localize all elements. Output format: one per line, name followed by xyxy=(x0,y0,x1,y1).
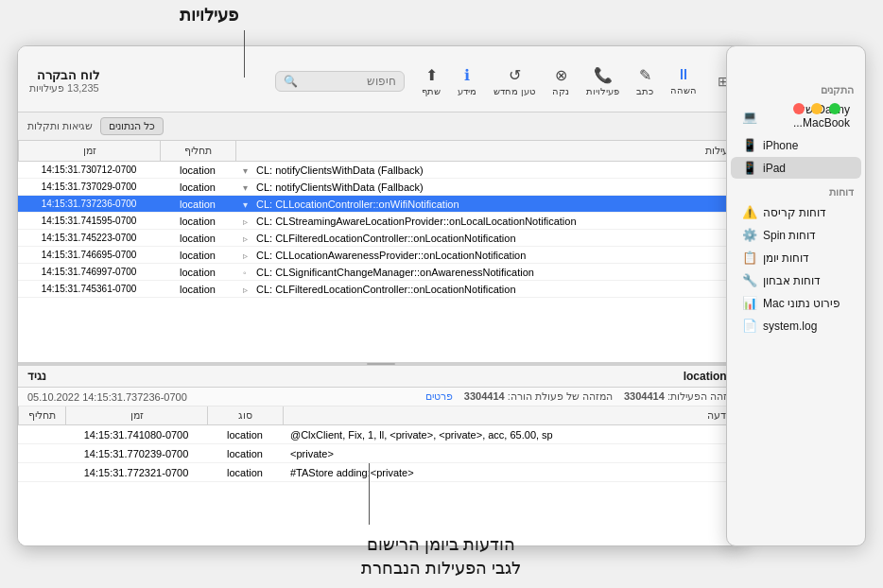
log-rows-container: ▾CL: notifyClientsWithData (Fallback) lo… xyxy=(18,162,743,362)
sidebar-item-label: iPad xyxy=(763,162,786,175)
sidebar-item-iphone[interactable]: iPhone 📱 xyxy=(731,134,861,156)
main-window: לוח הבקרה 13,235 פעילויות 🔍 ⬆ שתף ℹ מידע xyxy=(17,45,745,546)
expand-icon: ▾ xyxy=(243,182,252,193)
detail-count-label: מזהה הפעילות: 3304414 xyxy=(624,390,734,403)
detail-row[interactable]: <private> location 14:15:31.770239-0700 xyxy=(18,444,743,463)
filter-all-button[interactable]: כל הנתונים xyxy=(100,117,164,135)
detail-cell-time: 14:15:31.741080-0700 xyxy=(65,429,207,441)
diag-icon: 🔧 xyxy=(742,273,757,287)
cell-activity: ▹CL: CLFilteredLocationController::onLoc… xyxy=(235,284,743,295)
cell-activity: ▾CL: notifyClientsWithData (Fallback) xyxy=(235,164,743,176)
detail-header-type: סוג xyxy=(207,406,283,424)
minimize-button[interactable] xyxy=(811,103,822,114)
cell-time: 14:15:31.737236-0700 xyxy=(18,199,160,209)
sidebar-item-crash-reports[interactable]: דוחות קריסה ⚠️ xyxy=(731,201,861,223)
detail-header-level: תחליף xyxy=(18,406,65,424)
table-row-selected[interactable]: ▾CL: CLLocationController::onWifiNotific… xyxy=(18,196,743,213)
cell-type: location xyxy=(160,164,235,176)
detail-row[interactable]: #TAStore adding:<private> location 14:15… xyxy=(18,463,743,482)
detail-compare-label: המזהה של פעולת הורה: 3304414 xyxy=(464,390,613,403)
cell-activity: ◦CL: CLSignificantChangeManager::onAware… xyxy=(235,267,743,278)
detail-cell-time: 14:15:31.770239-0700 xyxy=(65,448,207,459)
sidebar-section-title-reports: דוחות xyxy=(727,182,865,200)
reload-icon: ↺ xyxy=(509,66,521,84)
sidebar-item-label: דוחות יומן xyxy=(763,251,809,265)
sidebar-item-log-reports[interactable]: דוחות יומן 📋 xyxy=(731,247,861,268)
activities-button[interactable]: 📞 פעילויות xyxy=(586,66,619,96)
sidebar-item-system-log[interactable]: system.log 📄 xyxy=(731,315,861,337)
table-row[interactable]: ◦CL: CLSignificantChangeManager::onAware… xyxy=(18,264,743,281)
header-time: זמן xyxy=(18,141,160,161)
share-label: שתף xyxy=(422,86,441,96)
traffic-lights xyxy=(793,103,840,114)
log-area: פעילות תחליף זמן ▾CL: notifyClientsWithD… xyxy=(18,141,744,545)
table-row[interactable]: ▹CL: CLStreamingAwareLocationProvider::o… xyxy=(18,213,743,230)
mac-data-icon: 📊 xyxy=(742,296,757,310)
log-icon: 📋 xyxy=(742,251,757,265)
top-annotation-label: פעילויות xyxy=(180,5,238,26)
cell-type: location xyxy=(160,199,235,210)
cell-activity-selected: ▾CL: CLLocationController::onWifiNotific… xyxy=(235,199,743,210)
toolbar: לוח הבקרה 13,235 פעילויות 🔍 ⬆ שתף ℹ מידע xyxy=(18,46,744,112)
sidebar-item-label: דוחות קריסה xyxy=(763,206,826,219)
cell-time: 14:15:31.741595-0700 xyxy=(18,216,160,226)
toolbar-title: לוח הבקרה 13,235 פעילויות xyxy=(29,68,99,95)
detail-pane: locationd נגיד מזהה הפעילות: 3304414 המז… xyxy=(18,366,743,545)
table-row[interactable]: ▹CL: CLLocationAwarenessProvider::onLoca… xyxy=(18,247,743,264)
table-row[interactable]: ▹CL: CLFilteredLocationController::onLoc… xyxy=(18,281,743,298)
cell-type: location xyxy=(160,284,235,295)
cell-type: location xyxy=(160,267,235,278)
cell-activity: ▹CL: CLLocationAwarenessProvider::onLoca… xyxy=(235,250,743,261)
detail-direction: נגיד xyxy=(27,370,46,383)
search-input[interactable] xyxy=(302,75,396,88)
activities-label: פעילויות xyxy=(586,86,619,96)
share-button[interactable]: ⬆ שתף xyxy=(422,66,441,96)
write-icon: ✎ xyxy=(639,66,651,84)
info-button[interactable]: ℹ מידע xyxy=(458,66,476,96)
close-button[interactable] xyxy=(793,103,805,114)
toolbar-actions: 🔍 ⬆ שתף ℹ מידע ↺ טען מחדש ⊗ נקה xyxy=(275,66,733,96)
reload-button[interactable]: ↺ טען מחדש xyxy=(493,66,535,96)
sidebar-item-mac-data[interactable]: פירוט נתוני Mac 📊 xyxy=(731,292,861,314)
reload-label: טען מחדש xyxy=(493,86,535,96)
spin-icon: ⚙️ xyxy=(742,228,757,242)
expand-icon: ▹ xyxy=(243,216,252,227)
stream-button[interactable]: ⏸ השהה xyxy=(670,66,697,95)
table-row[interactable]: ▾CL: notifyClientsWithData (Fallback) lo… xyxy=(18,179,743,196)
sidebar-section-title-devices: התקנים xyxy=(727,80,865,98)
expand-icon: ▹ xyxy=(243,285,252,295)
clear-button[interactable]: ⊗ נקה xyxy=(552,66,569,96)
cell-activity: ▹CL: CLStreamingAwareLocationProvider::o… xyxy=(235,216,743,227)
stream-icon: ⏸ xyxy=(676,66,691,83)
cell-time: 14:15:31.737029-0700 xyxy=(18,182,160,192)
ipad-icon: 📱 xyxy=(742,161,757,175)
clear-icon: ⊗ xyxy=(555,66,567,84)
header-type: תחליף xyxy=(160,141,235,161)
content-area: פעילות תחליף זמן ▾CL: notifyClientsWithD… xyxy=(18,141,744,545)
expand-icon: ▾ xyxy=(243,199,252,210)
iphone-icon: 📱 xyxy=(742,138,757,152)
sidebar-item-label: דוחות Spin xyxy=(763,229,816,242)
sidebar-item-spin-reports[interactable]: דוחות Spin ⚙️ xyxy=(731,224,861,246)
sidebar-item-label: iPhone xyxy=(763,139,798,152)
write-label: כתב xyxy=(636,86,653,96)
cell-type: location xyxy=(160,216,235,227)
detail-cell-type: location xyxy=(207,429,283,441)
crash-icon: ⚠️ xyxy=(742,205,757,219)
detail-cell-time: 14:15:31.772321-0700 xyxy=(65,467,207,478)
detail-cell-type: location xyxy=(207,467,283,478)
zoom-button[interactable] xyxy=(829,103,840,114)
table-row[interactable]: ▹CL: CLFilteredLocationController::onLoc… xyxy=(18,230,743,247)
detail-row[interactable]: @ClxClient, Fix, 1, ll, <private>, <priv… xyxy=(18,425,743,444)
cell-time: 14:15:31.745223-0700 xyxy=(18,233,160,243)
detail-cell-message: #TAStore adding:<private> xyxy=(283,467,743,478)
detail-timestamp: 14:15:31.737236-0700 05.10.2022 xyxy=(27,391,187,403)
detail-parts-link[interactable]: פרטים xyxy=(425,390,453,403)
write-button[interactable]: ✎ כתב xyxy=(636,66,653,96)
cell-type: location xyxy=(160,250,235,261)
sidebar-content: התקנים Danny של MacBook... 💻 iPhone 📱 iP… xyxy=(727,80,865,337)
detail-meta-row: מזהה הפעילות: 3304414 המזהה של פעולת הור… xyxy=(18,388,743,406)
table-row[interactable]: ▾CL: notifyClientsWithData (Fallback) lo… xyxy=(18,162,743,179)
sidebar-item-ipad[interactable]: iPad 📱 xyxy=(731,157,861,179)
sidebar-item-diag-reports[interactable]: דוחות אבחון 🔧 xyxy=(731,269,861,291)
